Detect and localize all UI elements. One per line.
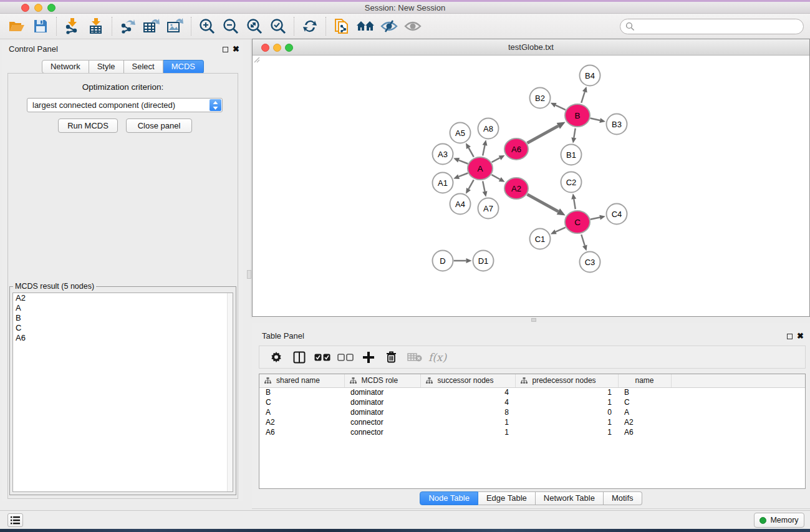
deselect-all-checkboxes-icon[interactable] [334,348,357,367]
close-table-panel-icon[interactable]: ✖ [797,331,804,341]
column-header-successor-nodes[interactable]: successor nodes [420,374,515,387]
graph-node-B1[interactable]: B1 [561,145,582,165]
search-input[interactable] [620,19,804,34]
table-tab-motifs[interactable]: Motifs [604,491,642,505]
graph-node-A1[interactable]: A1 [433,173,453,193]
table-row[interactable]: Cdominator41C [259,397,806,407]
graph-node-C3[interactable]: C3 [580,252,600,273]
memory-button[interactable]: Memory [754,513,804,528]
graph-node-B2[interactable]: B2 [530,88,551,109]
task-history-button[interactable] [7,513,23,527]
table-row[interactable]: A6connector11A6 [259,427,806,437]
zoom-in-icon[interactable] [195,15,219,37]
close-panel-button[interactable]: Close panel [126,118,192,133]
zoom-out-icon[interactable] [219,15,243,37]
graph-edge-A2-C[interactable] [528,195,559,211]
delete-table-icon[interactable] [403,348,426,367]
network-canvas[interactable]: B4B2BB3A8A5A6A3B1AC2A1A2A4A7C4CC1C3DD1 [253,56,809,316]
delete-column-icon[interactable] [380,348,403,367]
graph-edge-A6-B[interactable] [528,126,559,143]
graph-edge-C-C3[interactable] [581,235,585,246]
show-columns-icon[interactable] [287,348,311,367]
export-image-icon[interactable] [163,15,187,37]
graph-edge-B-B3[interactable] [590,118,600,120]
result-list-item[interactable]: A2 [13,293,233,303]
zoom-fit-icon[interactable] [243,15,266,37]
graph-edge-C-C4[interactable] [591,218,600,220]
result-list-item[interactable]: C [13,323,233,333]
graph-edge-A-A2[interactable] [491,175,499,179]
zoom-selected-icon[interactable] [266,15,290,37]
tab-select[interactable]: Select [124,60,163,74]
graph-node-A2[interactable]: A2 [504,178,528,199]
save-session-icon[interactable] [29,15,52,37]
graph-node-A3[interactable]: A3 [433,144,453,165]
table-row[interactable]: Bdominator41B [259,387,806,397]
graph-node-A8[interactable]: A8 [478,118,499,139]
network-window-titlebar[interactable]: testGlobe.txt [253,39,809,56]
graph-edge-C-C1[interactable] [556,228,566,232]
export-table-icon[interactable] [140,15,163,37]
graph-edge-B-B1[interactable] [574,128,575,138]
table-tab-network-table[interactable]: Network Table [536,491,604,505]
graph-edge-B-B4[interactable] [581,92,585,103]
export-network-icon[interactable] [116,15,140,37]
graph-node-A5[interactable]: A5 [450,123,471,143]
graph-edge-A-A4[interactable] [468,180,473,189]
float-table-panel-icon[interactable] [787,334,793,339]
hide-graphics-details-icon[interactable] [377,15,401,37]
graph-edge-B-B2[interactable] [556,105,566,110]
column-header-MCDS-role[interactable]: MCDS role [344,374,420,387]
graph-node-A6[interactable]: A6 [504,138,528,160]
graph-node-C4[interactable]: C4 [607,204,627,225]
show-graphics-details-icon[interactable] [401,15,425,37]
graph-node-B4[interactable]: B4 [580,65,600,86]
column-settings-gear-icon[interactable] [264,348,287,367]
result-list-item[interactable]: A6 [13,333,233,343]
tab-mcds[interactable]: MCDS [163,60,204,74]
graph-node-D1[interactable]: D1 [473,251,494,271]
select-all-checkboxes-icon[interactable] [311,348,334,367]
tab-style[interactable]: Style [89,60,124,74]
column-header-shared-name[interactable]: shared name [259,374,344,387]
table-tab-edge-table[interactable]: Edge Table [478,491,536,505]
graph-node-B3[interactable]: B3 [607,114,627,135]
graph-edge-A-A7[interactable] [483,181,485,191]
graph-node-C2[interactable]: C2 [561,172,582,193]
table-row[interactable]: Adominator80A [259,407,806,417]
tab-network[interactable]: Network [42,60,89,74]
table-row[interactable]: A2connector11A2 [259,417,806,427]
graph-node-A[interactable]: A [468,157,493,180]
criterion-select[interactable]: largest connected component (directed) [27,98,223,112]
table-tab-node-table[interactable]: Node Table [420,491,478,505]
open-session-icon[interactable] [5,15,29,37]
graph-edge-A-A5[interactable] [468,148,473,157]
graph-node-C[interactable]: C [565,211,590,233]
resize-grip-icon[interactable] [253,56,260,63]
import-network-icon[interactable] [60,15,84,37]
graph-edge-A-A1[interactable] [459,173,468,177]
home-icon[interactable] [354,15,377,37]
graph-edge-A-A8[interactable] [483,145,485,155]
graph-edge-A-A6[interactable] [492,158,500,162]
graph-node-B[interactable]: B [565,104,590,127]
graph-edge-C-C2[interactable] [574,199,576,209]
float-panel-icon[interactable] [223,47,228,52]
graph-node-D[interactable]: D [433,251,453,271]
result-list-item[interactable]: B [13,313,233,323]
graph-node-A7[interactable]: A7 [478,198,499,219]
result-scrollbar[interactable] [227,293,233,491]
apply-layout-icon[interactable] [298,15,322,37]
close-panel-icon[interactable]: ✖ [233,44,239,54]
result-list-item[interactable]: A [13,303,233,313]
add-column-icon[interactable] [357,348,380,367]
column-header-predecessor-nodes[interactable]: predecessor nodes [515,374,618,387]
clone-network-icon[interactable] [330,15,354,37]
import-table-icon[interactable] [84,15,108,37]
function-builder-icon[interactable]: f(x) [426,348,449,367]
graph-node-A4[interactable]: A4 [450,194,471,215]
horizontal-splitter[interactable] [252,317,810,323]
column-header-name[interactable]: name [618,374,671,387]
graph-node-C1[interactable]: C1 [530,229,551,249]
graph-edge-A-A3[interactable] [459,160,468,164]
